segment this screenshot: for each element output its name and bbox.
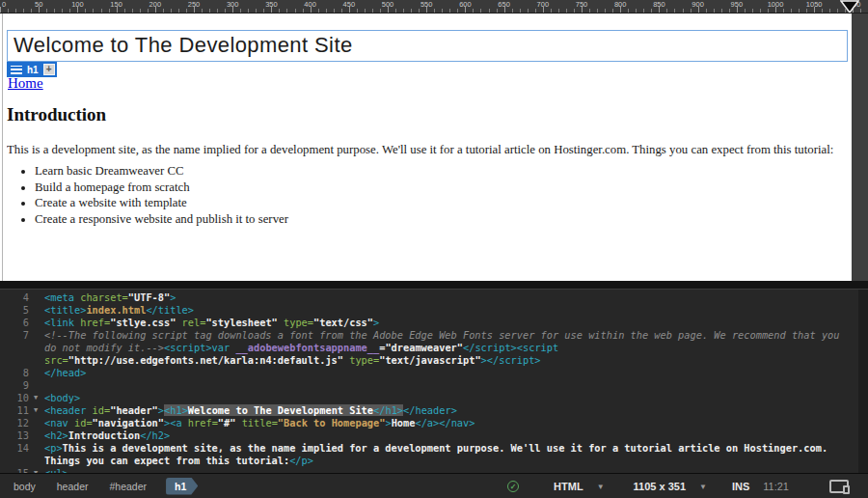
code-line[interactable]: 8</head> [0, 367, 868, 379]
code-fold-icon[interactable]: ▼ [29, 392, 42, 404]
line-gutter: 6 [0, 317, 44, 329]
tutorial-bullet-list[interactable]: Learn basic Dreamweaver CCBuild a homepa… [35, 164, 288, 229]
code-line[interactable]: 13<h2>Introduction</h2> [0, 429, 868, 442]
line-gutter: 9 [0, 379, 44, 392]
ruler-label: 1050 [806, 0, 823, 9]
ruler-label: 300 [227, 0, 239, 9]
code-view[interactable]: 4<meta charset="UTF-8">5<title>index.htm… [0, 290, 868, 473]
code-line[interactable]: 4<meta charset="UTF-8"> [0, 291, 868, 304]
design-view[interactable]: Welcome to The Development Site h1 + Hom… [0, 14, 868, 281]
dreamweaver-split-view: 0501001502002503003504004505005506006507… [0, 0, 868, 498]
ruler-label: 700 [537, 0, 550, 9]
ruler-label: 50 [35, 0, 42, 9]
status-bar-right: ✓ HTML ▼ 1105 x 351 ▼ INS 11:21 [507, 474, 849, 498]
design-right-gutter [852, 14, 868, 281]
code-line[interactable]: 9 [0, 379, 868, 392]
tag-badge-label: h1 [27, 65, 39, 75]
selected-h1-element[interactable]: Welcome to The Development Site [7, 30, 848, 62]
line-gutter: 11▼ [0, 404, 44, 417]
home-link[interactable]: Home [8, 75, 43, 92]
ruler-label: 0 [2, 0, 6, 9]
code-scrollbar[interactable] [858, 290, 868, 473]
bullet-item[interactable]: Create a website with template [35, 196, 288, 210]
line-gutter: 10▼ [0, 392, 44, 404]
ruler-label: 900 [692, 0, 704, 9]
viewport-size-marker-icon[interactable] [840, 0, 859, 14]
ruler-label: 350 [265, 0, 278, 9]
ruler-label: 750 [576, 0, 588, 9]
ruler-label: 500 [382, 0, 394, 9]
tag-selector-path: bodyheader#headerh1 [14, 478, 198, 495]
bullet-item[interactable]: Build a homepage from scratch [35, 180, 288, 195]
line-gutter [0, 342, 44, 354]
add-class-id-button[interactable]: + [43, 64, 55, 75]
code-line[interactable]: Things you can expect from this tutorial… [0, 455, 868, 467]
horizontal-ruler: 0501001502002503003504004505005506006507… [0, 0, 868, 14]
ruler-label: 950 [731, 0, 744, 9]
code-line[interactable]: do not modify it.--><script>var __adobew… [0, 342, 868, 354]
ruler-label: 200 [149, 0, 162, 9]
line-gutter: 8 [0, 367, 44, 379]
line-gutter [0, 354, 44, 367]
code-line[interactable]: 12<nav id="navigation"><a href="#" title… [0, 417, 868, 429]
bullet-item[interactable]: Learn basic Dreamweaver CC [35, 164, 288, 179]
line-gutter: 14 [0, 442, 44, 455]
status-bar: bodyheader#headerh1 ✓ HTML ▼ 1105 x 351 … [0, 473, 868, 498]
ruler-label: 800 [614, 0, 627, 9]
introduction-heading[interactable]: Introduction [7, 104, 106, 125]
window-size-value[interactable]: 1105 x 351 [634, 481, 686, 492]
code-line[interactable]: 6<link href="stlye.css" rel="stylesheet"… [0, 317, 868, 329]
insert-mode-indicator: INS [732, 481, 749, 492]
ruler-label: 400 [304, 0, 316, 9]
ruler-label: 850 [653, 0, 665, 9]
tag-selector-body[interactable]: body [14, 481, 36, 492]
ruler-label: 250 [188, 0, 201, 9]
ruler-label: 450 [343, 0, 356, 9]
page-left-edge [2, 14, 3, 281]
bullet-item[interactable]: Create a responsive website and publish … [35, 212, 288, 227]
ruler-label: 1000 [768, 0, 784, 9]
cursor-position: 11:21 [763, 481, 789, 492]
ruler-label: 550 [420, 0, 433, 9]
code-line[interactable]: 10▼<body> [0, 392, 868, 404]
page-heading-h1[interactable]: Welcome to The Development Site [8, 31, 847, 58]
hamburger-icon[interactable] [11, 66, 22, 74]
line-gutter: 4 [0, 291, 44, 304]
code-line[interactable]: src="http://use.edgefonts.net/karla:n4:d… [0, 354, 868, 367]
ruler-label: 600 [459, 0, 472, 9]
line-gutter [0, 455, 44, 467]
code-line[interactable]: 7<!--The following script tag downloads … [0, 329, 868, 342]
code-line[interactable]: 14<p>This is a development site, as the … [0, 442, 868, 455]
line-gutter: 5 [0, 304, 44, 317]
ruler-label: 150 [110, 0, 122, 9]
tag-selector-header[interactable]: header [57, 481, 89, 492]
lint-ok-check-icon[interactable]: ✓ [507, 481, 519, 492]
code-fold-icon[interactable]: ▼ [29, 404, 42, 417]
chevron-down-icon[interactable]: ▼ [699, 483, 707, 491]
line-gutter: 7 [0, 329, 44, 342]
doc-type-label[interactable]: HTML [554, 481, 583, 492]
split-view-divider[interactable] [0, 281, 868, 290]
ruler-label: 650 [498, 0, 510, 9]
chevron-down-icon[interactable]: ▼ [597, 483, 605, 491]
preview-on-devices-icon[interactable] [829, 480, 849, 493]
line-gutter: 13 [0, 429, 44, 442]
ruler-label: 100 [71, 0, 84, 9]
code-line[interactable]: 5<title>index.html</title> [0, 304, 868, 317]
tag-selector-h1[interactable]: h1 [166, 478, 198, 495]
code-line[interactable]: 11▼<header id="header"><h1>Welcome to Th… [0, 404, 868, 417]
intro-paragraph[interactable]: This is a development site, as the name … [7, 143, 855, 157]
line-gutter: 12 [0, 417, 44, 429]
tag-selector-header[interactable]: #header [109, 481, 147, 492]
